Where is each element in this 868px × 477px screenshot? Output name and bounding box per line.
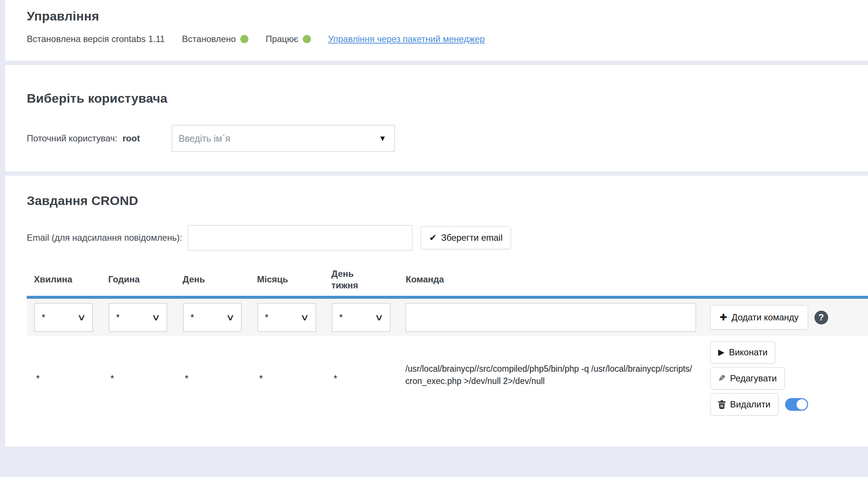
user-select-placeholder: Введіть ім`я [179,133,379,144]
task-command-text: /usr/local/brainycp//src/compiled/php5/b… [399,336,700,436]
current-user-label: Поточний користувач: [27,133,117,144]
new-task-row: * ∨ * ∨ * ∨ * ∨ * ∨ ✚ [27,299,868,336]
help-icon[interactable]: ? [814,311,828,324]
edit-button[interactable]: ✎ Редагувати [710,367,785,390]
user-select[interactable]: Введіть ім`я ▼ [172,125,395,152]
header-command: Команда [399,274,700,285]
management-status-row: Встановлена версія crontabs 1.11 Встанов… [27,34,868,44]
weekday-select[interactable]: * ∨ [332,303,390,332]
cron-table-header: Хвилина Година День Місяць День тижня Ко… [27,263,868,299]
task-minute: * [27,336,101,436]
task-weekday: * [324,336,399,436]
current-user-value: root [122,133,140,144]
installed-status: Встановлено [182,34,248,44]
chevron-down-icon: ∨ [300,312,309,323]
chevron-down-icon: ∨ [151,312,161,323]
installed-version-text: Встановлена версія crontabs 1.11 [27,34,165,44]
task-enabled-toggle[interactable] [785,398,808,411]
task-month: * [250,336,324,436]
minute-select[interactable]: * ∨ [34,303,93,332]
add-command-button[interactable]: ✚ Додати команду [710,305,808,330]
header-hour: Година [101,274,176,285]
day-select[interactable]: * ∨ [183,303,242,332]
email-label: Email (для надсилання повідомлень): [27,233,182,243]
header-minute: Хвилина [27,274,101,285]
package-manager-link[interactable]: Управління через пакетний менеджер [328,34,485,44]
crond-title: Завдання CROND [27,193,868,208]
installed-status-dot-icon [240,35,248,43]
choose-user-title: Виберіть користувача [27,91,868,106]
chevron-down-icon: ∨ [374,312,384,323]
save-email-label: Зберегти email [441,233,502,243]
running-status: Працює [266,34,311,44]
pencil-icon: ✎ [718,373,726,384]
caret-down-icon: ▼ [379,134,386,143]
task-actions: ▶ Виконати ✎ Редагувати [700,336,868,436]
minute-select-value: * [42,312,80,323]
running-status-label: Працює [266,34,298,44]
save-email-button[interactable]: ✔ Зберегти email [421,226,511,249]
check-icon: ✔ [429,233,437,243]
hour-select[interactable]: * ∨ [109,303,167,332]
month-select[interactable]: * ∨ [257,303,316,332]
header-weekday: День тижня [324,268,399,291]
delete-label: Видалити [730,399,771,410]
chevron-down-icon: ∨ [226,312,235,323]
current-user-row: Поточний користувач: root Введіть ім`я ▼ [27,125,868,152]
trash-icon [718,400,726,409]
choose-user-card: Виберіть користувача Поточний користувач… [5,65,868,171]
add-command-label: Додати команду [732,312,798,323]
header-day: День [176,274,250,285]
management-title: Управління [27,9,868,23]
header-month: Місяць [250,274,324,285]
management-card: Управління Встановлена версія crontabs 1… [5,0,868,61]
plus-icon: ✚ [720,312,727,323]
email-row: Email (для надсилання повідомлень): ✔ Зб… [27,225,868,250]
crond-tasks-card: Завдання CROND Email (для надсилання пов… [5,176,868,446]
hour-select-value: * [116,312,154,323]
cron-table: Хвилина Година День Місяць День тижня Ко… [27,263,868,436]
month-select-value: * [265,312,303,323]
chevron-down-icon: ∨ [77,312,86,323]
new-command-input[interactable] [405,303,696,332]
task-day: * [176,336,250,436]
email-input[interactable] [188,225,412,250]
running-status-dot-icon [303,35,311,43]
day-select-value: * [190,312,228,323]
run-label: Виконати [729,347,768,358]
weekday-select-value: * [339,312,377,323]
toggle-knob [797,399,807,410]
task-hour: * [101,336,176,436]
run-button[interactable]: ▶ Виконати [710,341,775,364]
edit-label: Редагувати [730,373,777,384]
task-row: * * * * * /usr/local/brainycp//src/compi… [27,336,868,436]
play-icon: ▶ [718,348,724,357]
installed-status-label: Встановлено [182,34,236,44]
delete-button[interactable]: Видалити [710,393,778,416]
